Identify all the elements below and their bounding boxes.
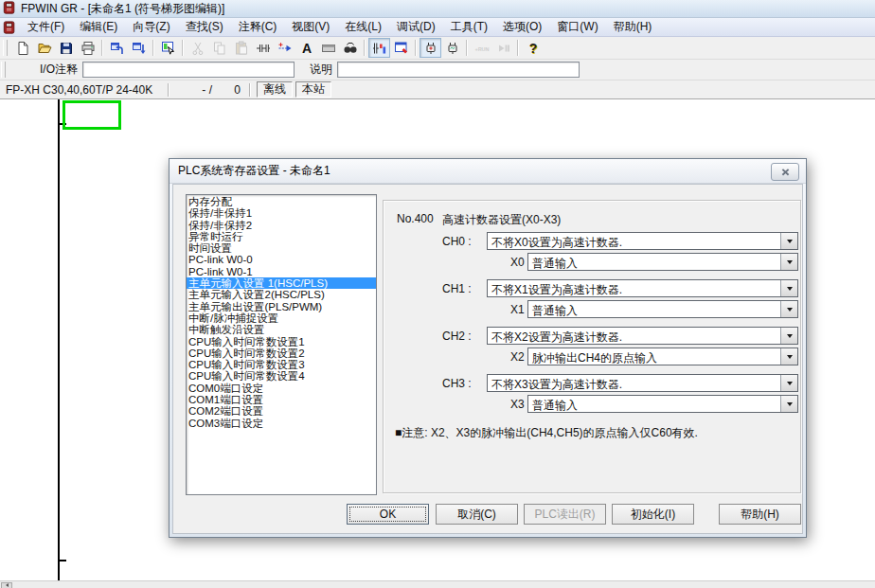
dropdown-button[interactable] (780, 233, 797, 249)
menu-help[interactable]: 帮助(H) (606, 17, 660, 37)
list-item[interactable]: COM0端口设定 (187, 383, 376, 394)
text-entry-button[interactable]: A (295, 38, 317, 58)
document-icon[interactable] (3, 21, 16, 34)
toolbar-separator (517, 40, 519, 56)
new-file-button[interactable] (11, 38, 33, 58)
context-help-button[interactable]: ?? (522, 38, 544, 58)
menu-options[interactable]: 选项(O) (495, 17, 549, 37)
cursor-position-label: - / (172, 83, 212, 97)
list-item[interactable]: 保持/非保持2 (187, 220, 376, 231)
horizontal-scrollbar[interactable] (0, 580, 875, 588)
ch2-mode-value: 不将X2设置为高速计数器. (488, 328, 780, 344)
offline-mode-button[interactable] (420, 38, 441, 58)
list-item[interactable]: 主单元输入设置 1(HSC/PLS) (187, 277, 376, 289)
settings-category-list[interactable]: 内存分配保持/非保持1保持/非保持2异常时运行时间设置PC-link W0-0P… (186, 194, 377, 495)
online-mode-button[interactable] (441, 38, 463, 58)
dropdown-button[interactable] (780, 280, 797, 296)
scroll-left-button[interactable] (1, 582, 12, 588)
x3-input-select[interactable]: 普通输入 (527, 395, 798, 413)
list-item[interactable]: COM1端口设置 (187, 394, 376, 405)
device-monitor-button[interactable] (390, 38, 412, 58)
ladder-monitor-icon (372, 41, 387, 56)
plc-run-button[interactable]: +RUN (471, 38, 492, 58)
contact-symbols-button[interactable] (252, 38, 274, 58)
cancel-button[interactable]: 取消(C) (436, 504, 518, 525)
list-item[interactable]: CPU输入时间常数设置3 (187, 359, 376, 370)
help-button[interactable]: 帮助(H) (719, 504, 801, 525)
dropdown-button[interactable] (780, 396, 797, 412)
dropdown-button[interactable] (780, 375, 797, 391)
online-mode-status: 离线 (257, 81, 293, 98)
menu-tools[interactable]: 工具(T) (443, 17, 495, 37)
ch1-mode-value: 不将X1设置为高速计数器. (488, 280, 780, 296)
ch0-mode-select[interactable]: 不将X0设置为高速计数器. (487, 232, 798, 250)
ch1-mode-select[interactable]: 不将X1设置为高速计数器. (487, 279, 798, 297)
open-file-button[interactable] (33, 38, 55, 58)
menu-find[interactable]: 查找(S) (178, 17, 231, 37)
init-button[interactable]: 初始化(I) (612, 504, 694, 525)
ok-button[interactable]: OK (347, 504, 429, 525)
insert-line-button[interactable] (274, 38, 295, 58)
dropdown-button[interactable] (780, 254, 797, 270)
list-item[interactable]: COM3端口设定 (187, 418, 376, 429)
monitor-select-button[interactable] (157, 38, 179, 58)
menu-view[interactable]: 视图(V) (284, 17, 337, 37)
save-button[interactable] (55, 38, 77, 58)
upload-from-plc-button[interactable] (106, 38, 128, 58)
list-item[interactable]: PC-link W0-1 (187, 266, 376, 277)
dropdown-button[interactable] (780, 348, 797, 365)
dialog-close-button[interactable] (771, 163, 799, 181)
menu-debug[interactable]: 调试(D) (389, 17, 443, 37)
toolbar-separator (182, 40, 184, 56)
paste-button[interactable] (230, 38, 252, 58)
list-item[interactable]: 中断触发沿设置 (187, 324, 376, 335)
plc-system-register-dialog: PLC系统寄存器设置 - 未命名1 内存分配保持/非保持1保持/非保持2异常时运… (169, 158, 807, 538)
dialog-title-bar[interactable]: PLC系统寄存器设置 - 未命名1 (170, 159, 806, 184)
toolbar-grip[interactable] (3, 40, 8, 56)
list-item[interactable]: 中断/脉冲捕捉设置 (187, 312, 376, 324)
ch3-mode-select[interactable]: 不将X3设置为高速计数器. (487, 374, 798, 392)
copy-button[interactable] (208, 38, 230, 58)
menu-online[interactable]: 在线(L) (337, 17, 389, 37)
io-comment-label: I/O注释 (9, 62, 82, 78)
list-item[interactable]: 主单元输入设置2(HSC/PLS) (187, 289, 376, 300)
list-item[interactable]: CPU输入时间常数设置1 (187, 336, 376, 347)
list-item[interactable]: CPU输入时间常数设置4 (187, 370, 376, 382)
x0-input-select[interactable]: 普通输入 (527, 253, 798, 271)
description-input[interactable] (337, 62, 580, 78)
list-item[interactable]: PC-link W0-0 (187, 254, 376, 265)
x2-input-select[interactable]: 脉冲输出CH4的原点输入 (527, 347, 798, 365)
status-bar: FP-XH C30,40,60T/P 24-40K - / 0 离线 本站 (0, 80, 875, 99)
ch1-label: CH1 : (442, 282, 472, 295)
upload-icon (110, 41, 125, 56)
list-item[interactable]: 时间设置 (187, 242, 376, 254)
title-bar: FPWIN GR - [未命名1 (符号梯形图编辑)] (0, 0, 875, 18)
print-button[interactable] (77, 38, 98, 58)
x1-input-select[interactable]: 普通输入 (527, 300, 798, 318)
menu-window[interactable]: 窗口(W) (549, 17, 605, 37)
dropdown-button[interactable] (780, 301, 797, 317)
menu-wizard[interactable]: 向导(Z) (125, 17, 177, 37)
list-item[interactable]: CPU输入时间常数设置2 (187, 347, 376, 359)
io-comment-input[interactable] (82, 62, 295, 78)
description-label: 说明 (295, 62, 337, 78)
list-item[interactable]: COM2端口设置 (187, 405, 376, 417)
list-item[interactable]: 主单元输出设置(PLS/PWM) (187, 301, 376, 312)
dropdown-button[interactable] (780, 328, 797, 344)
list-item[interactable]: 保持/非保持1 (187, 207, 376, 219)
download-icon (132, 41, 147, 56)
menu-edit[interactable]: 编辑(E) (72, 17, 125, 37)
find-search-button[interactable] (339, 38, 361, 58)
comment-bar-grip[interactable] (1, 62, 6, 78)
step-run-button[interactable] (492, 38, 514, 58)
list-item[interactable]: 内存分配 (187, 196, 376, 207)
offline-plug-icon (423, 41, 438, 56)
menu-file[interactable]: 文件(F) (20, 17, 72, 37)
list-item[interactable]: 异常时运行 (187, 231, 376, 242)
cut-button[interactable] (187, 38, 208, 58)
menu-comment[interactable]: 注释(C) (231, 17, 285, 37)
ch2-mode-select[interactable]: 不将X2设置为高速计数器. (487, 327, 798, 345)
ladder-monitor-button[interactable] (368, 38, 390, 58)
comment-block-button[interactable] (317, 38, 339, 58)
download-to-plc-button[interactable] (128, 38, 150, 58)
